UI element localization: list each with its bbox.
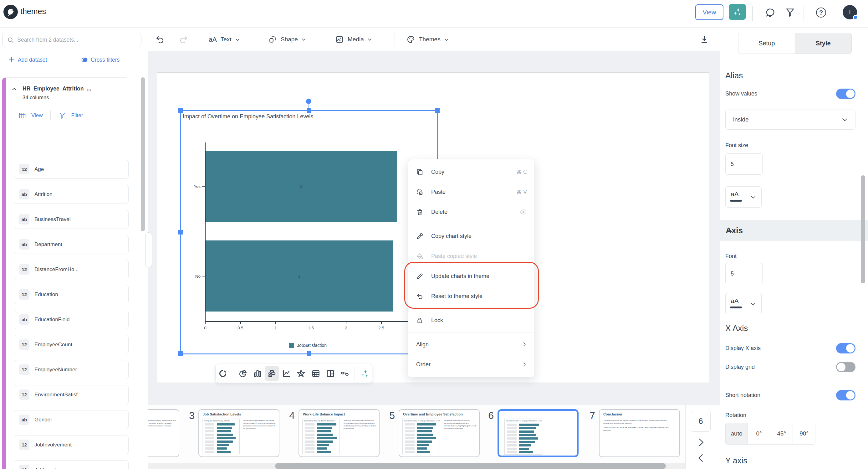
menu-item-lock[interactable]: Lock (408, 310, 534, 330)
field-item-Gender[interactable]: abGender (14, 410, 129, 429)
show-values-toggle[interactable] (836, 89, 856, 99)
slide-thumbnail-6[interactable]: Impact of Overtime on Employee Satisfact… (498, 409, 579, 457)
font-style-dropdown[interactable]: aA (725, 186, 762, 208)
next-slide-button[interactable] (696, 437, 706, 447)
donut-chart-button[interactable] (216, 366, 230, 381)
app-logo-icon[interactable] (3, 5, 18, 19)
shape-menu[interactable]: Shape (268, 28, 307, 51)
radar-chart-button[interactable] (294, 366, 309, 381)
font-size-input[interactable]: 5 (725, 153, 763, 175)
tab-setup[interactable]: Setup (739, 33, 795, 54)
display-x-axis-label: Display X axis (725, 345, 761, 352)
dataset-view-button[interactable]: View (31, 112, 43, 119)
field-item-Department[interactable]: abDepartment (14, 235, 129, 254)
search-input[interactable]: Search from 2 datasets... (2, 33, 142, 47)
field-item-Attrition[interactable]: abAttrition (14, 185, 129, 204)
comments-icon[interactable] (765, 7, 776, 18)
copy-icon (416, 169, 423, 176)
view-button[interactable]: View (695, 4, 723, 20)
font-size-label: Font size (725, 142, 748, 149)
help-icon[interactable]: ? (816, 7, 826, 18)
value-position-select[interactable]: inside (725, 110, 856, 129)
line-chart-button[interactable] (279, 366, 294, 381)
selection-handle[interactable] (178, 230, 183, 235)
field-item-Age[interactable]: 12Age (14, 160, 129, 179)
menu-item-paste[interactable]: Paste⌘ V (408, 182, 534, 202)
add-dataset-button[interactable]: Add dataset (8, 56, 47, 63)
selection-handle[interactable] (435, 108, 440, 113)
axis-font-style-dropdown[interactable]: aA (725, 293, 762, 314)
slide-thumbnail-5[interactable]: Overtime and Employee SatisfactionImpact… (399, 409, 480, 457)
rotation-option-0deg[interactable]: 0° (748, 423, 770, 445)
field-item-EmployeeNumber[interactable]: 12EmployeeNumber (14, 360, 129, 379)
rotation-option-45deg[interactable]: 45° (770, 423, 793, 445)
table-button[interactable] (309, 366, 323, 381)
chevron-right-icon (521, 342, 527, 347)
selection-handle[interactable] (307, 351, 311, 356)
ai-sparkle-button[interactable] (729, 4, 746, 20)
slide-thumbnail-7[interactable]: ConclusionThe analysis of the HR dataset… (599, 409, 680, 457)
field-type-badge: ab (19, 414, 29, 425)
avatar[interactable]: I (843, 5, 857, 20)
display-grid-toggle[interactable] (836, 362, 856, 372)
filmstrip-scrollbar-track[interactable] (148, 463, 685, 469)
short-notation-toggle[interactable] (836, 390, 856, 401)
rotation-option-90deg[interactable]: 90° (793, 423, 815, 445)
slide-thumbnail-4[interactable]: Work-Life Balance ImpactDistribution of … (299, 409, 379, 457)
column-chart-button[interactable] (250, 366, 265, 381)
selection-handle[interactable] (178, 108, 183, 113)
display-x-axis-toggle[interactable] (836, 343, 856, 353)
sidebar-scrollbar[interactable] (141, 77, 145, 231)
download-button[interactable] (700, 28, 709, 51)
rotation-option-auto[interactable]: auto (725, 423, 748, 445)
bar-value-label: 3 (300, 184, 302, 189)
slide-thumbnail-2[interactable]: Attrition by DepartmentAttrition Rate by… (148, 409, 179, 457)
menu-item-align[interactable]: Align (408, 334, 534, 354)
menu-item-order[interactable]: Order (408, 354, 534, 375)
pie-chart-button[interactable] (236, 366, 250, 381)
menu-item-copy[interactable]: Copy⌘ C (408, 162, 534, 182)
field-item-DistanceFromHo...[interactable]: 12DistanceFromHo... (14, 260, 129, 279)
field-item-BusinessTravel[interactable]: abBusinessTravel (14, 210, 129, 229)
flow-button[interactable] (338, 366, 352, 381)
rotate-handle[interactable] (306, 98, 311, 104)
axis-section-header[interactable]: Axis (720, 220, 868, 241)
menu-item-delete[interactable]: Delete (408, 202, 534, 222)
ai-suggest-button[interactable] (357, 366, 372, 381)
display-grid-label: Display grid (725, 364, 755, 370)
layout-button[interactable] (323, 366, 338, 381)
prev-slide-button[interactable] (696, 453, 706, 463)
eyedropper-icon (416, 233, 423, 240)
field-type-badge: 12 (19, 465, 29, 469)
y-tick (202, 186, 205, 186)
table-view-icon[interactable] (18, 112, 26, 120)
field-item-JobLevel[interactable]: 12JobLevel (14, 460, 129, 469)
cross-filters-button[interactable]: Cross filters (81, 56, 120, 63)
dataset-filter-button[interactable]: Filter (71, 112, 83, 119)
field-item-EmployeeCount[interactable]: 12EmployeeCount (14, 335, 129, 354)
filmstrip-scrollbar-thumb[interactable] (275, 463, 666, 469)
field-item-JobInvolvement[interactable]: 12JobInvolvement (14, 435, 129, 454)
page-indicator: 6 (691, 411, 711, 432)
menu-item-copy-chart-style[interactable]: Copy chart style (408, 226, 534, 246)
text-menu[interactable]: aAText (209, 28, 240, 51)
bar-chart-button[interactable] (265, 366, 279, 381)
filter-icon[interactable] (784, 7, 796, 18)
field-item-EnvironmentSatisf...[interactable]: 12EnvironmentSatisf... (14, 385, 129, 404)
sidebar-resize-handle[interactable] (145, 232, 152, 267)
category-label: Yes (194, 184, 200, 189)
selection-handle[interactable] (178, 351, 183, 356)
dataset-header[interactable]: HR_Employee_Attrition_... 34 columns (11, 86, 91, 100)
themes-menu[interactable]: Themes (406, 28, 450, 51)
media-menu[interactable]: Media (335, 28, 373, 51)
chevron-right-icon (521, 361, 527, 367)
field-item-Education[interactable]: 12Education (14, 285, 129, 304)
tab-style[interactable]: Style (795, 33, 852, 54)
funnel-icon[interactable] (58, 112, 66, 120)
slide-thumbnail-3[interactable]: Job Satisfaction LevelsAverage Job Satis… (198, 409, 279, 457)
undo-button[interactable] (156, 28, 164, 51)
redo-button[interactable] (179, 28, 188, 51)
field-item-EducationField[interactable]: abEducationField (14, 310, 129, 329)
axis-font-size-input[interactable]: 5 (725, 263, 763, 284)
panel-scrollbar[interactable] (861, 175, 865, 283)
